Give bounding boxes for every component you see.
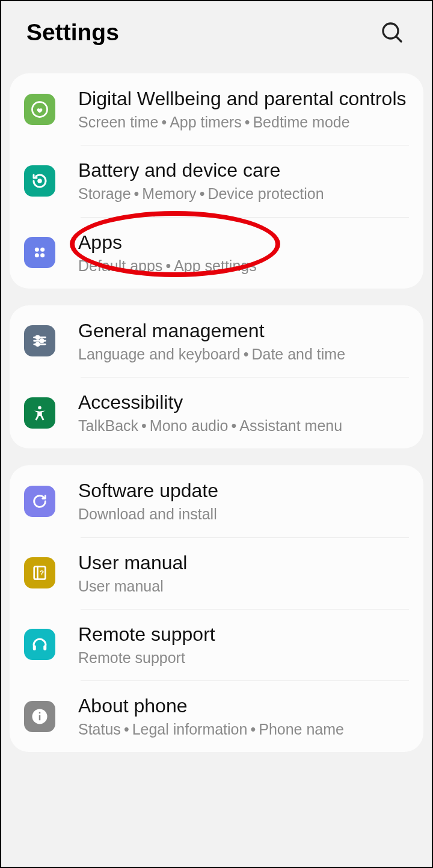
- item-text: Digital Wellbeing and parental controlsS…: [78, 87, 409, 132]
- subtitle-part: Assistant menu: [239, 417, 342, 434]
- svg-point-11: [40, 340, 43, 343]
- subtitle-part: Storage: [78, 185, 131, 202]
- item-text: User manualUser manual: [78, 551, 409, 596]
- headset-icon: [24, 629, 55, 660]
- settings-item-about-phone[interactable]: About phoneStatus•Legal information•Phon…: [10, 680, 423, 752]
- page-title: Settings: [26, 19, 119, 46]
- subtitle-part: Legal information: [132, 721, 248, 738]
- item-subtitle: Download and install: [78, 505, 409, 524]
- item-title: Remote support: [78, 622, 409, 646]
- settings-item-remote-support[interactable]: Remote supportRemote support: [10, 609, 423, 680]
- apps-icon: [24, 237, 55, 268]
- subtitle-part: TalkBack: [78, 417, 138, 434]
- item-subtitle: TalkBack•Mono audio•Assistant menu: [78, 417, 409, 435]
- item-title: About phone: [78, 694, 409, 718]
- subtitle-part: User manual: [78, 578, 164, 594]
- sliders-icon: [24, 325, 55, 356]
- svg-point-9: [36, 336, 39, 339]
- subtitle-part: Status: [78, 721, 121, 738]
- svg-rect-22: [39, 712, 41, 714]
- item-subtitle: User manual: [78, 577, 409, 596]
- wellbeing-icon: [24, 94, 55, 125]
- item-text: Battery and device careStorage•Memory•De…: [78, 158, 409, 203]
- search-icon: [380, 20, 404, 44]
- settings-item-wellbeing[interactable]: Digital Wellbeing and parental controlsS…: [10, 73, 423, 145]
- svg-point-13: [36, 343, 39, 346]
- svg-point-6: [35, 253, 39, 257]
- svg-point-4: [35, 248, 39, 252]
- item-text: AccessibilityTalkBack•Mono audio•Assista…: [78, 390, 409, 435]
- separator-dot: •: [124, 721, 129, 738]
- header: Settings: [1, 1, 432, 73]
- item-title: User manual: [78, 551, 409, 575]
- item-title: Apps: [78, 230, 409, 254]
- item-text: Remote supportRemote support: [78, 622, 409, 667]
- item-subtitle: Default apps•App settings: [78, 257, 409, 275]
- item-text: Software updateDownload and install: [78, 478, 409, 524]
- settings-card: Software updateDownload and install?User…: [10, 465, 423, 752]
- separator-dot: •: [250, 721, 256, 738]
- search-button[interactable]: [378, 18, 407, 47]
- subtitle-part: App timers: [170, 114, 241, 130]
- separator-dot: •: [200, 185, 205, 202]
- info-icon: [24, 701, 55, 732]
- separator-dot: •: [161, 114, 167, 130]
- item-text: General managementLanguage and keyboard•…: [78, 319, 409, 364]
- subtitle-part: Date and time: [251, 346, 345, 362]
- settings-item-accessibility[interactable]: AccessibilityTalkBack•Mono audio•Assista…: [10, 377, 423, 448]
- settings-item-battery[interactable]: Battery and device careStorage•Memory•De…: [10, 145, 423, 216]
- separator-dot: •: [141, 417, 147, 434]
- settings-item-user-manual[interactable]: ?User manualUser manual: [10, 537, 423, 609]
- device-care-icon: [24, 165, 55, 197]
- subtitle-part: Phone name: [259, 721, 344, 738]
- svg-rect-19: [43, 646, 46, 651]
- item-text: AppsDefault apps•App settings: [78, 230, 409, 275]
- item-subtitle: Storage•Memory•Device protection: [78, 185, 409, 203]
- subtitle-part: Device protection: [207, 185, 324, 202]
- book-icon: ?: [24, 557, 55, 588]
- subtitle-part: Memory: [142, 185, 196, 202]
- separator-dot: •: [134, 185, 140, 202]
- update-icon: [24, 486, 55, 517]
- accessibility-icon: [24, 397, 55, 429]
- item-title: Battery and device care: [78, 158, 409, 182]
- settings-item-software-update[interactable]: Software updateDownload and install: [10, 465, 423, 537]
- separator-dot: •: [245, 114, 250, 130]
- item-subtitle: Language and keyboard•Date and time: [78, 345, 409, 364]
- item-title: Software update: [78, 478, 409, 503]
- svg-point-5: [40, 248, 45, 252]
- subtitle-part: Download and install: [78, 506, 217, 522]
- subtitle-part: Remote support: [78, 649, 185, 666]
- item-subtitle: Status•Legal information•Phone name: [78, 720, 409, 739]
- separator-dot: •: [244, 346, 249, 362]
- settings-card: General managementLanguage and keyboard•…: [10, 305, 423, 449]
- subtitle-part: App settings: [174, 257, 257, 274]
- item-text: About phoneStatus•Legal information•Phon…: [78, 694, 409, 739]
- subtitle-part: Screen time: [78, 114, 158, 130]
- item-subtitle: Remote support: [78, 649, 409, 667]
- subtitle-part: Mono audio: [150, 417, 229, 434]
- svg-text:?: ?: [40, 569, 44, 576]
- svg-rect-18: [33, 646, 36, 651]
- item-title: Digital Wellbeing and parental controls: [78, 87, 409, 111]
- settings-item-apps[interactable]: AppsDefault apps•App settings: [10, 217, 423, 289]
- item-subtitle: Screen time•App timers•Bedtime mode: [78, 113, 409, 132]
- settings-card: Digital Wellbeing and parental controlsS…: [10, 73, 423, 289]
- svg-point-3: [37, 179, 42, 183]
- subtitle-part: Language and keyboard: [78, 346, 241, 362]
- separator-dot: •: [231, 417, 236, 434]
- separator-dot: •: [165, 257, 171, 274]
- settings-groups: Digital Wellbeing and parental controlsS…: [1, 73, 432, 752]
- svg-point-7: [40, 253, 45, 257]
- subtitle-part: Bedtime mode: [253, 114, 349, 130]
- svg-point-14: [38, 406, 41, 409]
- item-title: Accessibility: [78, 390, 409, 414]
- svg-line-1: [396, 37, 401, 41]
- settings-item-general[interactable]: General managementLanguage and keyboard•…: [10, 305, 423, 377]
- item-title: General management: [78, 319, 409, 343]
- svg-rect-21: [39, 715, 41, 720]
- subtitle-part: Default apps: [78, 257, 162, 274]
